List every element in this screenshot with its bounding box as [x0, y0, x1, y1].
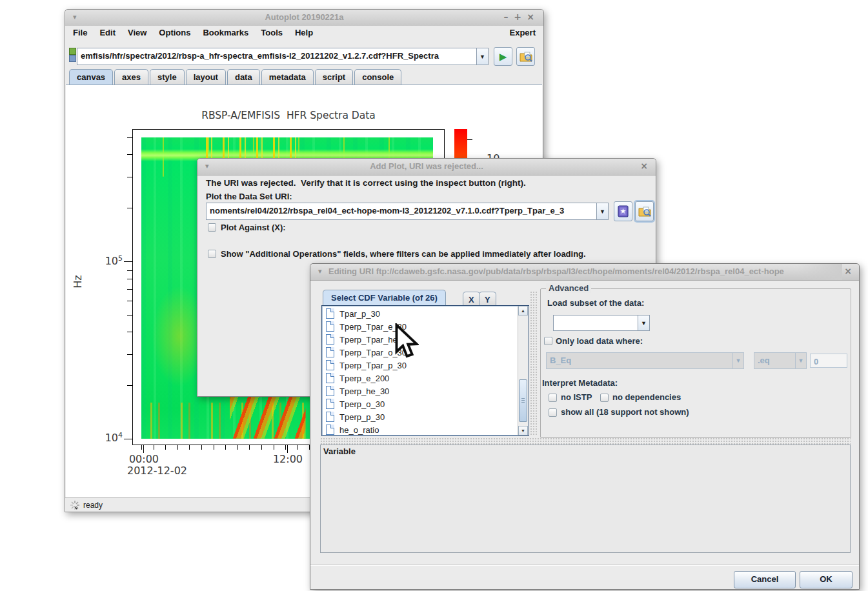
close-icon[interactable]: ×	[639, 161, 649, 172]
rejected-message: The URI was rejected. Verify that it is …	[206, 178, 526, 188]
where-op-dropdown[interactable]: ▼	[795, 352, 807, 369]
where-value-input[interactable]: 0	[810, 354, 847, 368]
plot-against-checkbox[interactable]	[208, 223, 216, 232]
variable-panel-label: Variable	[323, 446, 356, 456]
inspect-uri-button[interactable]	[516, 47, 535, 66]
list-item[interactable]: Tperp_Tpar_p_30	[322, 359, 518, 372]
list-item[interactable]: Tperp_he_30	[322, 385, 518, 397]
datasource-book-button[interactable]	[614, 201, 632, 221]
uri-input[interactable]: emfisis/hfr/spectra/2012/rbsp-a_hfr-spec…	[77, 48, 477, 65]
menu-file[interactable]: File	[73, 28, 87, 37]
tab-script[interactable]: script	[315, 69, 353, 85]
subset-dropdown-button[interactable]: ▼	[638, 315, 650, 331]
subset-combobox[interactable]	[553, 315, 638, 331]
show-all-label: show all (18 support not shown)	[561, 407, 689, 417]
advanced-group: Advanced Load subset of the data: ▼ Only…	[540, 288, 851, 438]
dataset-uri-input[interactable]: noments/rel04/2012/rbspa_rel04_ect-hope-…	[206, 203, 597, 220]
where-field-dropdown[interactable]: ▼	[732, 352, 744, 369]
window-menu-icon[interactable]: ▾	[318, 267, 322, 275]
ok-button[interactable]: OK	[800, 571, 853, 588]
y-axis-label: Hz	[72, 275, 84, 288]
only-load-label: Only load data where:	[556, 336, 643, 346]
minimize-button[interactable]: –	[501, 12, 511, 23]
editing-uri-titlebar[interactable]: ▾ Editing URI ftp://cdaweb.gsfc.nasa.gov…	[310, 264, 859, 281]
mouse-cursor	[394, 323, 419, 359]
status-text: ready	[83, 501, 103, 510]
cancel-button[interactable]: Cancel	[734, 571, 796, 588]
scrollbar-thumb[interactable]	[519, 379, 527, 422]
menubar: File Edit View Options Bookmarks Tools H…	[65, 26, 543, 39]
list-item[interactable]: Tperp_p_30	[322, 410, 518, 423]
tab-y[interactable]: Y	[479, 292, 496, 306]
menu-tools[interactable]: Tools	[261, 28, 283, 37]
uri-dropdown-button[interactable]: ▼	[476, 48, 489, 65]
busy-spinner-icon	[70, 501, 79, 510]
no-dependencies-checkbox[interactable]	[600, 394, 609, 402]
tab-metadata[interactable]: metadata	[261, 69, 314, 85]
close-button[interactable]: ×	[525, 12, 536, 23]
list-item[interactable]: Tperp_Tpar_he_30	[322, 333, 518, 346]
expert-label[interactable]: Expert	[510, 28, 543, 37]
x-minor-ticks	[141, 445, 310, 450]
plot-go-button[interactable]: ▶	[494, 47, 512, 66]
file-icon	[326, 425, 334, 435]
scroll-down-button[interactable]: ▼	[518, 426, 528, 436]
where-field-combobox[interactable]: B_Eq	[546, 352, 733, 369]
add-plot-titlebar[interactable]: ▾ Add Plot, URI was rejected... ×	[197, 159, 656, 175]
folder-magnifier-icon	[638, 206, 651, 217]
list-scrollbar[interactable]: ▲ ▼	[518, 306, 529, 436]
y-tick-label-1e4: 104	[90, 431, 123, 444]
uri-dropdown-button[interactable]: ▼	[596, 203, 609, 220]
file-icon	[326, 308, 334, 319]
show-all-checkbox[interactable]	[549, 408, 557, 417]
where-op-combobox[interactable]: .eq	[754, 352, 796, 369]
tab-console[interactable]: console	[354, 69, 401, 85]
tab-canvas[interactable]: canvas	[69, 69, 113, 85]
interpret-metadata-label: Interpret Metadata:	[542, 378, 618, 388]
tab-select-cdf-variable[interactable]: Select CDF Variable (of 26)	[323, 290, 446, 306]
maximize-button[interactable]: +	[512, 12, 523, 23]
list-item[interactable]: he_o_ratio	[322, 423, 518, 436]
y-major-tick	[124, 261, 132, 262]
title-fade	[797, 264, 842, 280]
tab-style[interactable]: style	[150, 69, 185, 85]
cdf-variable-list[interactable]: Tpar_p_30 Tperp_Tpar_e_30 Tperp_Tpar_he_…	[321, 305, 529, 436]
button-separator	[310, 564, 859, 566]
window-title: Autoplot 20190221a	[65, 12, 543, 22]
x-axis-date: 2012-12-02	[127, 465, 187, 477]
x-tick-label-0000: 00:00	[126, 453, 161, 465]
y-tick-label-1e5: 105	[90, 254, 123, 267]
list-item[interactable]: Tperp_e_200	[322, 372, 518, 385]
show-operations-label: Show "Additional Operations" fields, whe…	[221, 249, 586, 259]
list-item[interactable]: Tperp_Tpar_o_30	[322, 346, 518, 359]
menu-edit[interactable]: Edit	[99, 28, 116, 37]
dialog-title: Editing URI ftp://cdaweb.gsfc.nasa.gov/p…	[328, 266, 832, 276]
menu-options[interactable]: Options	[159, 28, 190, 37]
book-star-icon	[618, 205, 629, 217]
uri-label: Plot the Data Set URI:	[206, 192, 292, 201]
only-load-checkbox[interactable]	[544, 337, 552, 345]
list-item[interactable]: Tpar_p_30	[322, 307, 518, 320]
no-istp-checkbox[interactable]	[549, 394, 557, 402]
menu-bookmarks[interactable]: Bookmarks	[203, 28, 248, 37]
no-istp-label: no ISTP	[561, 392, 592, 402]
tab-x[interactable]: X	[463, 292, 480, 306]
uri-toolbar: emfisis/hfr/spectra/2012/rbsp-a_hfr-spec…	[65, 39, 543, 69]
list-item[interactable]: Tperp_o_30	[322, 397, 518, 410]
tab-data[interactable]: data	[227, 69, 260, 85]
inspect-button[interactable]	[635, 201, 654, 221]
tab-layout[interactable]: layout	[186, 69, 226, 85]
close-icon[interactable]: ×	[843, 266, 853, 277]
x-tick-label-1200: 12:00	[270, 453, 305, 465]
main-tabrow: canvas axes style layout data metadata s…	[65, 69, 547, 85]
menu-view[interactable]: View	[128, 28, 146, 37]
list-item[interactable]: Tperp_Tpar_e_30	[322, 320, 518, 333]
main-titlebar[interactable]: ▾ Autoplot 20190221a – + ×	[65, 10, 543, 26]
tab-axes[interactable]: axes	[114, 69, 148, 85]
show-operations-checkbox[interactable]	[208, 250, 216, 258]
vertical-splitter[interactable]	[530, 291, 538, 436]
scroll-up-button[interactable]: ▲	[518, 306, 528, 316]
horizontal-splitter[interactable]	[320, 437, 851, 445]
file-icon	[326, 399, 334, 409]
menu-help[interactable]: Help	[295, 28, 313, 37]
